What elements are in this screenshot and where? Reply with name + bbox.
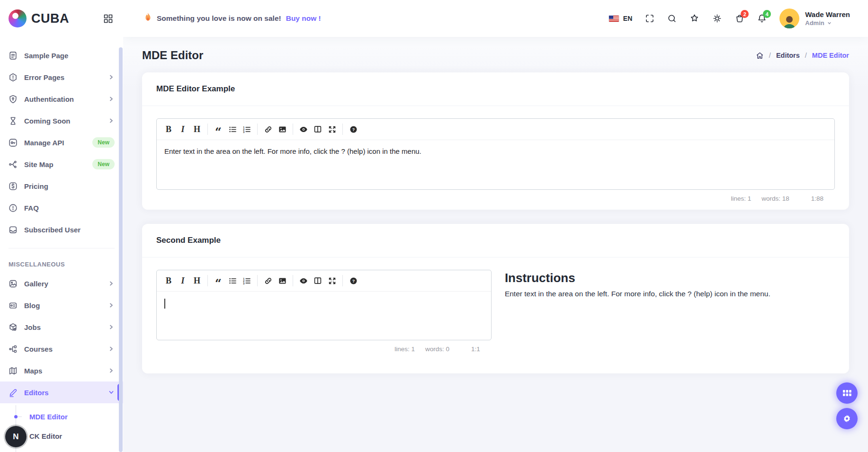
help-button[interactable]: ? (346, 123, 360, 136)
sidebar-item-label: Subscribed User (24, 226, 81, 234)
link-button[interactable] (261, 123, 275, 136)
sidebar-item-manage-api[interactable]: Manage API New (0, 132, 123, 153)
breadcrumb-parent[interactable]: Editors (776, 52, 800, 59)
sidebar-item-editors[interactable]: Editors (0, 381, 123, 403)
editor-text-area[interactable]: Enter text in the area on the left. For … (157, 140, 834, 189)
sidebar-item-label: Error Pages (24, 73, 64, 81)
status-cursor-position: 1:88 (811, 195, 823, 202)
status-cursor-position: 1:1 (471, 346, 480, 353)
editor-toolbar: B I H “ 123 (157, 270, 491, 292)
submenu-item-ck-editor[interactable]: CK Editor (29, 426, 123, 446)
cart-icon[interactable]: 2 (735, 14, 744, 23)
chevron-right-icon (108, 280, 115, 287)
sidebar-section-label: MISCELLANEOUS (0, 256, 123, 273)
user-menu[interactable]: Wade Warren Admin (779, 9, 850, 28)
sitemap-icon (9, 160, 18, 169)
chevron-right-icon (108, 346, 115, 352)
app-root: CUBA Sample Page Error Pages Authenticat… (0, 0, 868, 452)
brand-logo[interactable]: CUBA (9, 9, 69, 27)
status-lines: lines: 1 (394, 346, 415, 353)
toolbar-separator (257, 124, 258, 135)
side-by-side-button[interactable] (311, 274, 325, 287)
sidebar-item-subscribed-user[interactable]: Subscribed User (0, 219, 123, 240)
sidebar-item-jobs[interactable]: Jobs (0, 316, 123, 338)
sidebar-item-blog[interactable]: Blog (0, 294, 123, 316)
submenu-item-ace-code-editor[interactable]: ACE Code Editor (29, 446, 123, 452)
quote-button[interactable]: “ (211, 123, 225, 136)
buy-now-link[interactable]: Buy now ! (286, 14, 321, 23)
sidebar-scrollbar[interactable] (119, 47, 123, 452)
sidebar-item-label: Coming Soon (24, 117, 71, 125)
sidebar-divider (9, 248, 115, 248)
unordered-list-button[interactable] (225, 274, 240, 287)
sidebar-item-error-pages[interactable]: Error Pages (0, 66, 123, 88)
sidebar-item-sample-page[interactable]: Sample Page (0, 44, 123, 66)
sidebar-item-label: Authentication (24, 95, 74, 103)
editor-text-area[interactable] (157, 292, 491, 340)
layout-grid-fab-button[interactable] (836, 382, 858, 404)
link-button[interactable] (261, 274, 275, 287)
user-text: Wade Warren Admin (805, 10, 850, 27)
fullscreen-arrows-button[interactable] (325, 123, 339, 136)
ordered-list-button[interactable]: 123 (240, 123, 254, 136)
card-body: B I H “ 123 (142, 106, 849, 210)
heading-button[interactable]: H (190, 123, 204, 136)
bold-button[interactable]: B (161, 123, 176, 136)
sidebar-toggle-grid-icon[interactable] (104, 14, 113, 23)
help-button[interactable]: ? (346, 274, 360, 287)
sidebar-item-label: Gallery (24, 280, 48, 288)
alert-circle-icon (9, 204, 18, 213)
page-content: MDE Editor / Editors / MDE Editor MDE Ed… (123, 37, 868, 452)
image-button[interactable] (275, 274, 289, 287)
bookmark-star-icon[interactable] (689, 14, 699, 23)
italic-button[interactable]: I (176, 123, 190, 136)
sidebar-item-faq[interactable]: FAQ (0, 197, 123, 219)
sidebar-item-gallery[interactable]: Gallery (0, 273, 123, 294)
sidebar-item-site-map[interactable]: Site Map New (0, 153, 123, 175)
sidebar-item-authentication[interactable]: Authentication (0, 88, 123, 110)
chat-widget-bubble[interactable]: N (5, 426, 27, 447)
user-role-label: Admin (805, 19, 824, 27)
home-icon[interactable] (756, 52, 764, 60)
notification-badge: 4 (763, 10, 771, 18)
language-selector[interactable]: EN (609, 15, 632, 22)
heading-button[interactable]: H (190, 274, 204, 287)
unordered-list-button[interactable] (225, 123, 240, 136)
image-button[interactable] (275, 123, 289, 136)
sidebar-item-label: Jobs (24, 323, 41, 331)
ordered-list-button[interactable]: 123 (240, 274, 254, 287)
submenu-item-mde-editor[interactable]: MDE Editor (29, 407, 123, 426)
italic-button[interactable]: I (176, 274, 190, 287)
search-icon[interactable] (667, 14, 677, 23)
instructions-panel: Instructions Enter text in the area on t… (492, 270, 835, 298)
mde-editor-1: B I H “ 123 (156, 118, 835, 190)
hourglass-icon (9, 116, 18, 125)
sidebar-header: CUBA (0, 0, 123, 37)
side-by-side-button[interactable] (311, 123, 325, 136)
preview-eye-button[interactable] (296, 123, 311, 136)
status-words: words: 18 (761, 195, 789, 202)
fullscreen-arrows-button[interactable] (325, 274, 339, 287)
cards-container: MDE Editor Example B I H “ 123 (123, 71, 868, 373)
submenu-item-label: CK Editor (29, 432, 62, 440)
key-icon (9, 138, 18, 147)
bold-button[interactable]: B (161, 274, 176, 287)
svg-text:3: 3 (243, 130, 244, 133)
sidebar-item-coming-soon[interactable]: Coming Soon (0, 110, 123, 132)
page-title: MDE Editor (142, 49, 203, 62)
quote-button[interactable]: “ (211, 274, 225, 287)
sidebar-item-maps[interactable]: Maps (0, 360, 123, 381)
settings-gear-fab-button[interactable] (836, 408, 858, 429)
fullscreen-icon[interactable] (645, 14, 654, 23)
breadcrumb-current: MDE Editor (812, 52, 849, 59)
blog-icon (9, 301, 18, 310)
sidebar-item-courses[interactable]: Courses (0, 338, 123, 360)
sidebar-item-pricing[interactable]: Pricing (0, 175, 123, 197)
editor-statusbar: lines: 1 words: 18 1:88 (156, 190, 835, 202)
preview-eye-button[interactable] (296, 274, 311, 287)
topbar-actions: EN 2 4 (609, 9, 850, 28)
light-mode-sun-icon[interactable] (712, 14, 722, 23)
bell-icon[interactable]: 4 (757, 14, 767, 23)
sidebar-item-label: Site Map (24, 160, 54, 168)
pricing-icon (9, 182, 18, 191)
